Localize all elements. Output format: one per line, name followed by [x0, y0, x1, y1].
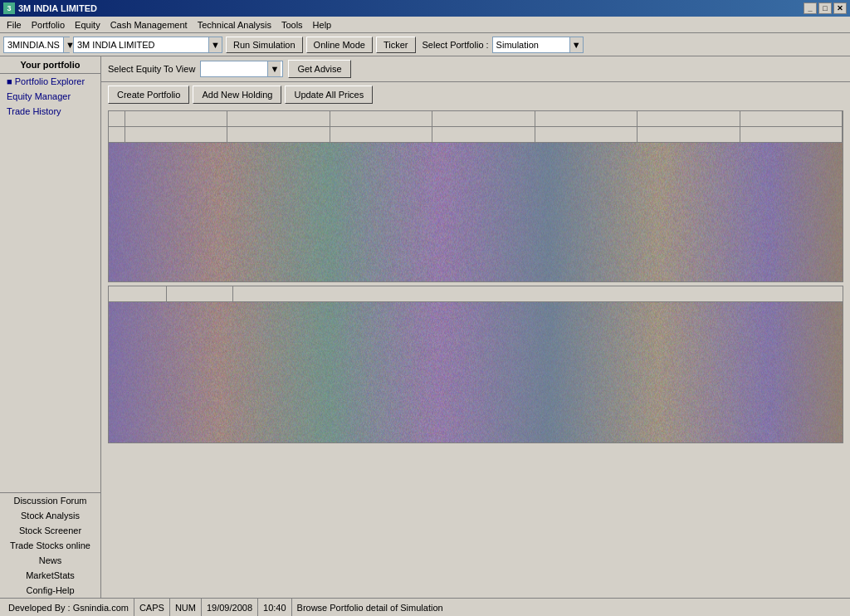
select-portfolio-label: Select Portfolio :	[423, 40, 489, 50]
title-bar-buttons: _ □ ✕	[804, 2, 847, 14]
sidebar-news[interactable]: News	[0, 553, 100, 568]
add-new-holding-button[interactable]: Add New Holding	[193, 86, 281, 104]
select-equity-bar: Select Equity To View ▼ Get Advise	[101, 56, 850, 82]
sidebar-label-trade-history: Trade History	[7, 106, 61, 116]
subheader-cell-checkbox	[109, 127, 125, 142]
num-indicator: NUM	[170, 599, 202, 616]
time-display: 10:40	[258, 599, 292, 616]
caps-indicator: CAPS	[134, 599, 170, 616]
date-display: 19/09/2008	[202, 599, 258, 616]
subheader-cell-4	[432, 127, 535, 142]
online-mode-button[interactable]: Online Mode	[306, 37, 373, 53]
header-cell-3	[330, 111, 432, 126]
header-cell-6	[638, 111, 740, 126]
sidebar-discussion-forum[interactable]: Discussion Forum	[0, 493, 100, 508]
data-grid-area	[101, 107, 850, 598]
minimize-button[interactable]: _	[804, 2, 817, 14]
sidebar: Your portfolio ■ Portfolio Explorer Equi…	[0, 56, 101, 598]
menu-portfolio[interactable]: Portfolio	[27, 18, 70, 32]
company-name-combo[interactable]: 3M INDIA LIMITED ▼	[73, 37, 222, 53]
maximize-button[interactable]: □	[818, 2, 832, 14]
upper-grid-subheader	[109, 127, 843, 143]
menu-tools[interactable]: Tools	[276, 18, 308, 32]
menu-technical-analysis[interactable]: Technical Analysis	[193, 18, 276, 32]
title-bar-left: 3 3M INDIA LIMITED	[3, 2, 97, 14]
sidebar-section: ■ Portfolio Explorer Equity Manager Trad…	[0, 74, 100, 492]
select-equity-label: Select Equity To View	[108, 64, 195, 74]
sidebar-stock-analysis[interactable]: Stock Analysis	[0, 508, 100, 523]
ticker-button[interactable]: Ticker	[376, 37, 416, 53]
subheader-cell-1	[125, 127, 227, 142]
equity-combo-input[interactable]	[201, 61, 267, 76]
title-bar: 3 3M INDIA LIMITED _ □ ✕	[0, 0, 850, 17]
lower-grid	[108, 286, 843, 443]
company-dropdown-arrow[interactable]: ▼	[208, 37, 222, 52]
update-all-prices-button[interactable]: Update All Prices	[285, 86, 373, 104]
ticker-value: 3MINDIA.NS	[4, 40, 63, 50]
developer-label: Developed By : Gsnindia.com	[3, 599, 134, 616]
company-name-value: 3M INDIA LIMITED	[74, 40, 208, 50]
sidebar-label-portfolio-explorer: Portfolio Explorer	[15, 76, 85, 86]
sidebar-trade-stocks-online[interactable]: Trade Stocks online	[0, 538, 100, 553]
equity-dropdown-arrow[interactable]: ▼	[267, 61, 281, 76]
menu-cash-management[interactable]: Cash Management	[105, 18, 193, 32]
upper-grid-body[interactable]	[109, 143, 843, 282]
sidebar-config-help[interactable]: Config-Help	[0, 583, 100, 598]
subheader-cell-6	[638, 127, 740, 142]
close-button[interactable]: ✕	[833, 2, 847, 14]
sidebar-bottom: Discussion Forum Stock Analysis Stock Sc…	[0, 492, 100, 598]
content-area: Select Equity To View ▼ Get Advise Creat…	[101, 56, 850, 598]
sidebar-label-equity-manager: Equity Manager	[7, 91, 71, 101]
toolbar: 3MINDIA.NS ▼ 3M INDIA LIMITED ▼ Run Simu…	[0, 33, 850, 56]
menu-help[interactable]: Help	[308, 18, 337, 32]
menu-bar: File Portfolio Equity Cash Management Te…	[0, 17, 850, 33]
subheader-cell-5	[535, 127, 638, 142]
lower-grid-header	[109, 286, 843, 302]
sidebar-marketstats[interactable]: MarketStats	[0, 568, 100, 583]
header-cell-2	[227, 111, 330, 126]
equity-combo[interactable]: ▼	[200, 61, 283, 77]
sidebar-portfolio-label: Your portfolio	[0, 56, 100, 74]
portfolio-dropdown-arrow[interactable]: ▼	[569, 37, 583, 52]
app-icon: 3	[3, 2, 15, 14]
create-portfolio-button[interactable]: Create Portfolio	[108, 86, 189, 104]
header-cell-7	[740, 111, 843, 126]
subheader-cell-7	[740, 127, 843, 142]
header-cell-5	[535, 111, 638, 126]
portfolio-combo[interactable]: Simulation ▼	[492, 37, 584, 53]
get-advise-button[interactable]: Get Advise	[288, 60, 350, 78]
sidebar-item-portfolio-explorer[interactable]: ■ Portfolio Explorer	[0, 74, 100, 89]
header-cell-1	[125, 111, 227, 126]
sidebar-item-trade-history[interactable]: Trade History	[0, 104, 100, 119]
run-simulation-button[interactable]: Run Simulation	[226, 37, 303, 53]
header-cell-checkbox	[109, 111, 125, 126]
status-bar: Developed By : Gsnindia.com CAPS NUM 19/…	[0, 598, 850, 616]
main-layout: Your portfolio ■ Portfolio Explorer Equi…	[0, 56, 850, 598]
status-message: Browse Portfolio detail of Simulation	[292, 603, 847, 613]
menu-equity[interactable]: Equity	[70, 18, 105, 32]
subheader-cell-3	[330, 127, 432, 142]
sidebar-stock-screener[interactable]: Stock Screener	[0, 523, 100, 538]
lower-header-cell-1	[109, 286, 167, 301]
upper-grid	[108, 110, 843, 282]
subheader-cell-2	[227, 127, 330, 142]
portfolio-value: Simulation	[493, 40, 569, 50]
lower-header-cell-2	[167, 286, 233, 301]
upper-grid-header	[109, 111, 843, 127]
sidebar-item-equity-manager[interactable]: Equity Manager	[0, 89, 100, 104]
header-cell-4	[432, 111, 535, 126]
action-btn-bar: Create Portfolio Add New Holding Update …	[101, 82, 850, 107]
ticker-combo[interactable]: 3MINDIA.NS ▼	[3, 37, 70, 53]
title-bar-text: 3M INDIA LIMITED	[18, 3, 97, 13]
menu-file[interactable]: File	[2, 18, 27, 32]
lower-grid-body[interactable]	[109, 302, 843, 443]
sidebar-bullet: ■	[7, 76, 15, 86]
